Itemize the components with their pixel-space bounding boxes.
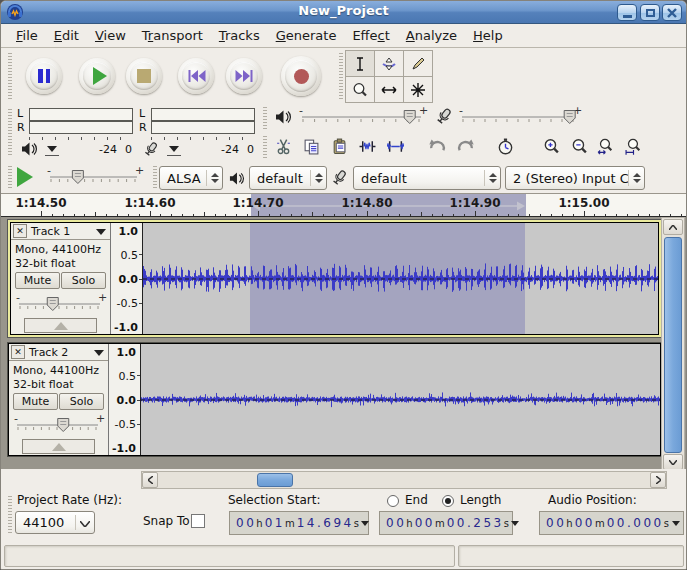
playback-meter-bar-l[interactable]: [29, 108, 133, 121]
transport-toolbar-gripper[interactable]: [8, 53, 12, 100]
fit-project-button[interactable]: [621, 135, 645, 158]
recording-meter-icon-wrap[interactable]: [143, 141, 163, 159]
scroll-down-button[interactable]: [663, 454, 683, 470]
mixer-toolbar-gripper[interactable]: [263, 107, 267, 129]
menu-tracks[interactable]: Tracks: [211, 25, 268, 46]
skip-to-end-button[interactable]: [226, 58, 262, 94]
device-toolbar-gripper[interactable]: [153, 166, 157, 190]
recording-meter-bar-l[interactable]: [151, 108, 255, 121]
play-at-speed-button[interactable]: [17, 167, 33, 187]
skip-to-start-button[interactable]: [178, 58, 214, 94]
minimize-button[interactable]: [617, 4, 637, 21]
project-rate-combo[interactable]: 44100: [15, 511, 95, 534]
timeshift-tool-button[interactable]: [374, 76, 404, 103]
trim-outside-selection-button[interactable]: [355, 135, 379, 158]
collapse-button[interactable]: [24, 318, 97, 333]
track-menu-dropdown-icon[interactable]: [94, 350, 104, 356]
vertical-scroll-thumb[interactable]: [664, 237, 682, 453]
selection-toolbar-gripper[interactable]: [8, 496, 12, 534]
output-volume-slider[interactable]: -+: [297, 105, 429, 129]
track-menu-dropdown-icon[interactable]: [96, 229, 106, 235]
collapse-button[interactable]: [22, 439, 95, 454]
tools-toolbar-gripper[interactable]: [339, 53, 343, 100]
vertical-scrollbar[interactable]: [661, 217, 685, 471]
horizontal-scroll-track[interactable]: [141, 471, 667, 489]
horizontal-scrollbar[interactable]: [1, 469, 686, 490]
track-close-button[interactable]: ✕: [11, 345, 25, 359]
horizontal-scroll-thumb[interactable]: [257, 473, 293, 487]
menu-transport[interactable]: Transport: [134, 25, 211, 46]
waveform-area[interactable]: [143, 223, 658, 334]
selection-tool-button[interactable]: [345, 50, 375, 77]
input-volume-slider[interactable]: -+: [457, 105, 583, 129]
record-button[interactable]: [281, 56, 321, 96]
cut-button[interactable]: [271, 135, 295, 158]
end-radio[interactable]: [387, 495, 399, 507]
snap-to-checkbox[interactable]: [191, 514, 205, 528]
scroll-right-button[interactable]: [650, 472, 666, 488]
time-format-dropdown-icon[interactable]: [672, 521, 680, 526]
mute-button[interactable]: Mute: [13, 393, 58, 410]
close-button[interactable]: [662, 4, 682, 21]
time-format-dropdown-icon[interactable]: [511, 521, 519, 526]
menu-effect[interactable]: Effect: [344, 25, 397, 46]
recording-meter-bar-r[interactable]: [151, 121, 255, 134]
solo-button[interactable]: Solo: [59, 393, 104, 410]
waveform-area[interactable]: [141, 344, 660, 455]
zoom-in-button[interactable]: [539, 135, 563, 158]
recording-meter-dropdown[interactable]: [167, 145, 181, 156]
menu-analyze[interactable]: Analyze: [398, 25, 465, 46]
ruler-major-tick: [150, 211, 151, 216]
playback-meter-icon-wrap[interactable]: [21, 141, 41, 159]
menu-generate[interactable]: Generate: [268, 25, 345, 46]
maximize-button[interactable]: [640, 4, 660, 21]
track-bitdepth-info: 32-bit float: [13, 378, 74, 391]
stop-button[interactable]: [126, 58, 162, 94]
playback-meter-bar-r[interactable]: [29, 121, 133, 134]
title-bar[interactable]: New_Project: [0, 0, 687, 24]
pause-button[interactable]: [26, 58, 62, 94]
waveform-canvas[interactable]: [143, 223, 658, 334]
audio-position-field[interactable]: 00h00m00.000s: [539, 511, 684, 535]
solo-button[interactable]: Solo: [61, 272, 106, 289]
output-device-combo[interactable]: default: [249, 166, 327, 190]
selection-start-field[interactable]: 00h01m14.694s: [229, 511, 369, 535]
scroll-left-button[interactable]: [142, 472, 158, 488]
zoom-tool-button[interactable]: [345, 76, 375, 103]
zoom-out-button[interactable]: [567, 135, 591, 158]
menu-view[interactable]: View: [87, 25, 134, 46]
gain-slider[interactable]: -+: [12, 413, 106, 437]
input-channels-combo[interactable]: 2 (Stereo) Input C: [505, 166, 645, 190]
menu-edit[interactable]: Edit: [46, 25, 87, 46]
sync-lock-tracks-button[interactable]: [493, 135, 517, 158]
redo-button[interactable]: [453, 135, 477, 158]
play-button[interactable]: [79, 58, 115, 94]
envelope-tool-button[interactable]: [374, 50, 404, 77]
undo-button[interactable]: [425, 135, 449, 158]
playback-meter-dropdown[interactable]: [45, 145, 59, 156]
track-close-button[interactable]: ✕: [13, 224, 27, 238]
scroll-up-button[interactable]: [663, 219, 683, 235]
paste-button[interactable]: [327, 135, 351, 158]
copy-button[interactable]: [299, 135, 323, 158]
fit-selection-button[interactable]: [593, 135, 617, 158]
edit-toolbar-gripper[interactable]: [263, 136, 267, 158]
timeline-ruler[interactable]: 1:14.501:14.601:14.701:14.801:14.901:15.…: [1, 194, 686, 217]
menu-file[interactable]: File: [8, 25, 46, 46]
time-format-dropdown-icon[interactable]: [361, 521, 369, 526]
waveform-canvas[interactable]: [141, 344, 660, 455]
meter-toolbar-gripper[interactable]: [8, 109, 12, 157]
gain-slider[interactable]: -+: [14, 292, 108, 316]
transcription-toolbar-gripper[interactable]: [8, 166, 12, 190]
selection-length-field[interactable]: 00h00m00.253s: [379, 511, 513, 535]
input-device-combo[interactable]: default: [353, 166, 501, 190]
menu-help[interactable]: Help: [465, 25, 511, 46]
silence-selection-button[interactable]: [383, 135, 407, 158]
multi-tool-button[interactable]: [403, 76, 433, 103]
audio-host-combo[interactable]: ALSA: [159, 166, 223, 190]
length-radio[interactable]: [442, 495, 454, 507]
draw-tool-button[interactable]: [403, 50, 433, 77]
mute-button[interactable]: Mute: [15, 272, 60, 289]
playback-speed-slider[interactable]: -+: [45, 165, 145, 189]
ruler-tick: [204, 212, 205, 216]
